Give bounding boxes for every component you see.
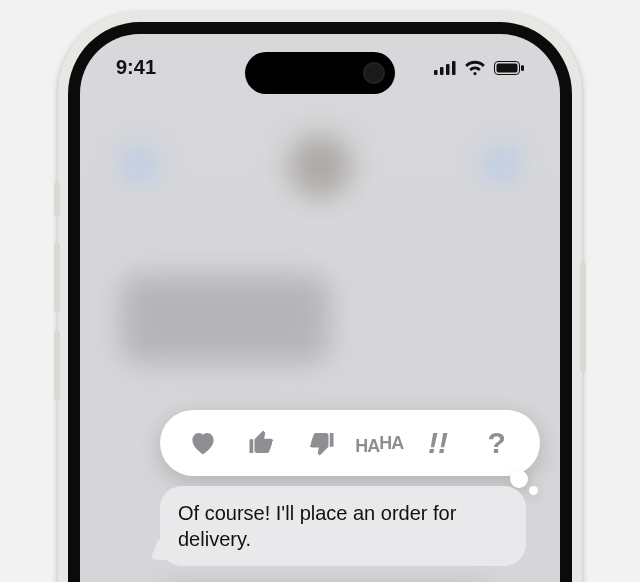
svg-rect-3 bbox=[452, 61, 456, 75]
dynamic-island bbox=[245, 52, 395, 94]
svg-rect-5 bbox=[497, 63, 518, 72]
volume-down-button bbox=[54, 330, 60, 400]
phone-screen: 9:41 bbox=[80, 34, 560, 582]
wifi-icon bbox=[464, 60, 486, 76]
tapback-heart[interactable] bbox=[183, 423, 223, 463]
ring-silent-switch bbox=[54, 182, 60, 216]
tapback-question[interactable]: ? bbox=[477, 423, 517, 463]
svg-rect-0 bbox=[434, 70, 438, 75]
phone-frame: 9:41 bbox=[58, 12, 582, 582]
tapback-haha[interactable]: HAHA bbox=[359, 423, 399, 463]
phone-bezel: 9:41 bbox=[68, 22, 572, 582]
status-time: 9:41 bbox=[116, 56, 156, 79]
side-button bbox=[580, 262, 586, 372]
svg-rect-6 bbox=[521, 65, 524, 71]
tapback-exclaim[interactable]: !! bbox=[418, 423, 458, 463]
cellular-icon bbox=[434, 61, 456, 75]
tapback-tail bbox=[529, 486, 538, 495]
svg-rect-2 bbox=[446, 64, 450, 75]
tapback-picker: HAHA !! ? bbox=[160, 410, 540, 476]
tapback-thumbs-down[interactable] bbox=[301, 423, 341, 463]
volume-up-button bbox=[54, 242, 60, 312]
tapback-thumbs-up[interactable] bbox=[242, 423, 282, 463]
tapback-tail bbox=[510, 470, 528, 488]
svg-rect-1 bbox=[440, 67, 444, 75]
battery-icon bbox=[494, 61, 524, 75]
message-text: Of course! I'll place an order for deliv… bbox=[178, 502, 456, 550]
status-indicators bbox=[434, 60, 524, 76]
message-bubble[interactable]: Of course! I'll place an order for deliv… bbox=[160, 486, 526, 566]
